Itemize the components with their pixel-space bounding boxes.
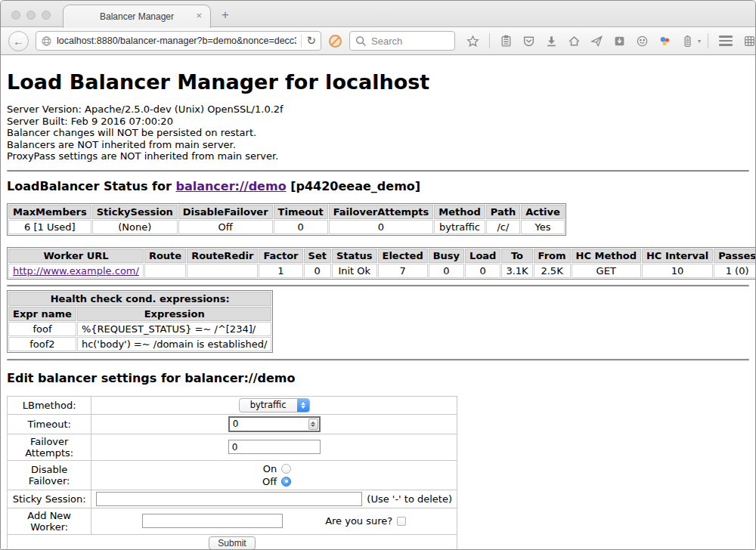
- back-arrow-icon: ←: [13, 35, 24, 48]
- home-icon[interactable]: [568, 35, 581, 48]
- form-row-timeout: Timeout:: [8, 414, 457, 434]
- col-worker-url: Worker URL: [8, 249, 144, 263]
- url-bar[interactable]: localhost:8880/balancer-manager?b=demo&n…: [36, 31, 321, 51]
- lbmethod-select[interactable]: bytraffic: [239, 398, 310, 412]
- col-passes: Passes: [714, 249, 755, 263]
- reload-icon[interactable]: ↻: [306, 35, 316, 47]
- server-built: Server Built: Feb 9 2016 07:00:20: [7, 116, 749, 128]
- confirm-label: Are you sure?: [325, 515, 392, 527]
- lbmethod-selected-value: bytraffic: [240, 399, 297, 412]
- status-heading-prefix: LoadBalancer Status for: [7, 179, 175, 193]
- url-separator: [301, 34, 302, 48]
- radio-on-label: On: [257, 463, 277, 474]
- edit-settings-heading: Edit balancer settings for balancer://de…: [7, 371, 749, 385]
- submit-button[interactable]: Submit: [209, 536, 255, 550]
- col-expression: Expression: [77, 307, 272, 321]
- blocked-content-icon[interactable]: [328, 34, 342, 48]
- balancer-link[interactable]: balancer://demo: [175, 179, 286, 193]
- colored-dots-icon[interactable]: [658, 35, 671, 48]
- toolbar-separator-2: [708, 33, 708, 48]
- navigation-toolbar: ← localhost:8880/balancer-manager?b=demo…: [1, 27, 755, 55]
- lbmethod-label: LBmethod:: [8, 396, 91, 414]
- col-timeout: Timeout: [274, 205, 328, 219]
- zoom-window-button[interactable]: [42, 11, 51, 20]
- number-stepper-icon[interactable]: [308, 419, 318, 430]
- confirm-checkbox[interactable]: [397, 517, 406, 526]
- minimize-window-button[interactable]: [26, 11, 36, 20]
- device-icon[interactable]: [681, 35, 694, 48]
- form-row-lbmethod: LBmethod: bytraffic: [8, 396, 457, 414]
- sticky-session-input[interactable]: [96, 492, 362, 506]
- col-maxmembers: MaxMembers: [8, 205, 91, 219]
- col-from: From: [534, 249, 571, 263]
- balancer-status-table: MaxMembers StickySession DisableFailover…: [7, 203, 566, 236]
- col-active: Active: [521, 205, 565, 219]
- col-expr-name: Expr name: [8, 307, 76, 321]
- col-method: Method: [434, 205, 485, 219]
- col-routeredir: RouteRedir: [187, 249, 258, 263]
- add-worker-input[interactable]: [142, 514, 283, 528]
- form-row-disable-failover: Disable Failover: On Off: [8, 460, 457, 490]
- chevron-down-icon[interactable]: ▾: [698, 38, 701, 45]
- disable-failover-off-radio[interactable]: [281, 477, 291, 487]
- send-icon[interactable]: [590, 35, 603, 48]
- worker-table: Worker URL Route RouteRedir Factor Set S…: [7, 247, 755, 280]
- worker-row: http://www.example.com/ 1 0 Init Ok 7 0 …: [8, 264, 755, 278]
- table-row: foof2 hc('body') =~ /domain is establish…: [8, 337, 271, 351]
- col-hc-method: HC Method: [572, 249, 641, 263]
- col-stickysession: StickySession: [92, 205, 178, 219]
- tab-bar: Balancer Manager × +: [1, 1, 755, 27]
- table-row: foof %{REQUEST_STATUS} =~ /^[234]/: [8, 322, 271, 336]
- back-button[interactable]: ←: [8, 31, 29, 51]
- form-row-add-worker: Add New Worker: Are you sure?: [8, 508, 457, 534]
- extension-box-icon[interactable]: [613, 35, 626, 48]
- download-icon[interactable]: [545, 35, 558, 48]
- failover-attempts-input[interactable]: [228, 440, 321, 454]
- radio-off-label: Off: [257, 476, 277, 487]
- col-path: Path: [486, 205, 520, 219]
- status-heading-suffix: [p4420eeae_demo]: [287, 179, 421, 193]
- disable-failover-on-radio[interactable]: [281, 464, 291, 474]
- health-table-title: Health check cond. expressions:: [8, 292, 271, 306]
- note-persist: Balancer changes will NOT be persisted o…: [7, 127, 749, 139]
- bookmarks-icon[interactable]: [500, 35, 513, 48]
- url-text[interactable]: localhost:8880/balancer-manager?b=demo&n…: [57, 36, 296, 46]
- page-content: Load Balancer Manager for localhost Serv…: [1, 55, 755, 549]
- col-disablefailover: DisableFailover: [178, 205, 273, 219]
- disable-failover-label: Disable Failover:: [8, 460, 91, 490]
- table-header-row: MaxMembers StickySession DisableFailover…: [8, 205, 565, 219]
- note-proxypass: ProxyPass settings are NOT inherited fro…: [7, 150, 749, 162]
- divider: [7, 170, 749, 171]
- menu-icon[interactable]: [719, 36, 733, 46]
- toolbar-separator: [489, 33, 490, 48]
- sticky-session-label: Sticky Session:: [8, 490, 91, 508]
- browser-window: Balancer Manager × + ← localhost:8880/ba…: [0, 0, 756, 550]
- tab-balancer-manager[interactable]: Balancer Manager ×: [63, 5, 211, 28]
- pocket-icon[interactable]: [522, 35, 535, 48]
- traffic-lights: [11, 11, 51, 20]
- menu-group: [708, 33, 756, 48]
- col-to: To: [501, 249, 532, 263]
- failover-attempts-label: Failover Attempts:: [8, 434, 91, 460]
- search-bar[interactable]: [349, 31, 455, 51]
- status-heading: LoadBalancer Status for balancer://demo …: [7, 179, 749, 193]
- search-input[interactable]: [371, 36, 439, 47]
- star-icon[interactable]: [466, 35, 479, 48]
- col-busy: Busy: [429, 249, 464, 263]
- tab-close-icon[interactable]: ×: [196, 11, 202, 21]
- new-tab-button[interactable]: +: [222, 8, 229, 21]
- col-load: Load: [465, 249, 500, 263]
- table-header-row: Expr name Expression: [8, 307, 271, 321]
- page-title: Load Balancer Manager for localhost: [7, 70, 749, 94]
- worker-url-link[interactable]: http://www.example.com/: [13, 265, 139, 277]
- col-set: Set: [304, 249, 331, 263]
- table-row: 6 [1 Used] (None) Off 0 0 bytraffic /c/ …: [8, 220, 565, 234]
- select-stepper-icon: [297, 399, 309, 412]
- close-window-button[interactable]: [11, 11, 20, 20]
- grid-icon[interactable]: [743, 35, 756, 48]
- timeout-input[interactable]: [228, 416, 321, 432]
- table-header-row: Worker URL Route RouteRedir Factor Set S…: [8, 249, 755, 263]
- form-row-submit: Submit: [8, 534, 457, 549]
- smiley-icon[interactable]: [636, 35, 649, 48]
- toolbar-icons: ▾: [466, 33, 701, 48]
